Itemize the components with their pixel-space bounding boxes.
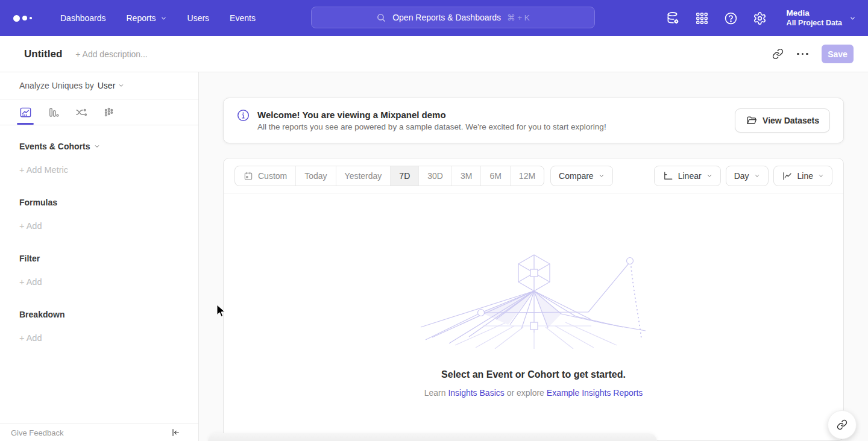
nav-dashboards-label: Dashboards [60,13,106,23]
date-range-yesterday[interactable]: Yesterday [336,166,391,186]
settings-gear-icon[interactable] [753,11,767,25]
help-icon[interactable] [724,11,738,25]
project-name: Media [787,8,842,19]
add-formula-button[interactable]: + Add [19,221,179,231]
project-scope: All Project Data [787,19,842,28]
chevron-down-icon [160,15,167,22]
view-datasets-label: View Datasets [763,116,819,125]
query-builder-sidebar: Analyze Uniques by User [0,72,199,441]
chevron-down-icon [94,143,100,149]
chevron-down-icon [818,173,824,179]
chart-type-dropdown[interactable]: Line [773,166,832,186]
flow-tab-icon [75,106,87,119]
analyze-prefix-label: Analyze Uniques by [19,81,94,90]
date-range-6m[interactable]: 6M [480,166,509,186]
filter-label: Filter [19,254,40,263]
line-chart-tab-icon [19,106,32,119]
nav-events[interactable]: Events [230,13,256,23]
calendar-icon [244,171,253,181]
folder-icon [746,115,757,127]
nav-reports-label: Reports [127,13,156,23]
empty-state-illustration [418,254,650,349]
add-metric-button[interactable]: + Add Metric [19,165,179,175]
date-range-7d[interactable]: 7D [390,166,418,186]
date-range-today[interactable]: Today [295,166,335,186]
date-range-30d[interactable]: 30D [418,166,451,186]
global-search[interactable]: Open Reports & Dashboards ⌘ + K [311,7,595,28]
analyze-by-value: User [98,81,116,90]
nav-users[interactable]: Users [187,13,210,23]
tab-metrics[interactable] [100,99,117,125]
empty-state: Select an Event or Cohort to get started… [224,193,843,398]
nav-dashboards[interactable]: Dashboards [60,13,106,23]
banner-subtitle: All the reports you see are powered by a… [257,122,606,131]
granularity-label: Day [734,171,749,181]
scale-label: Linear [678,171,702,181]
main-content: Welcome! You are viewing a Mixpanel demo… [199,72,868,441]
tab-insights-line[interactable] [17,99,34,125]
chevron-down-icon [118,83,124,89]
info-icon [237,109,250,122]
mixpanel-logo-icon[interactable] [13,15,41,22]
share-link-fab[interactable] [828,410,857,439]
project-selector[interactable]: Media All Project Data [787,8,856,28]
apps-grid-icon[interactable] [695,11,709,25]
link-icon [837,419,848,430]
formulas-header: Formulas [19,198,179,207]
chevron-down-icon [599,173,605,179]
date-range-control: Custom Today Yesterday 7D 30D 3M 6M 12M [234,166,544,186]
metrics-tab-icon [102,106,115,119]
formulas-label: Formulas [19,198,57,207]
view-datasets-button[interactable]: View Datasets [735,108,830,133]
breakdown-label: Breakdown [19,310,64,319]
nav-events-label: Events [230,13,256,23]
date-range-12m[interactable]: 12M [510,166,544,186]
tab-flow[interactable] [72,99,89,125]
granularity-dropdown[interactable]: Day [726,166,769,186]
empty-state-title: Select an Event or Cohort to get started… [441,369,626,380]
scale-dropdown[interactable]: Linear [654,166,721,186]
events-cohorts-label: Events & Cohorts [19,142,90,151]
breakdown-header: Breakdown [19,310,179,319]
add-description-field[interactable]: + Add description... [75,49,147,59]
search-placeholder: Open Reports & Dashboards [392,13,501,22]
chevron-down-icon [754,173,760,179]
analyze-by-dropdown[interactable]: User [98,81,125,90]
chart-controls: Custom Today Yesterday 7D 30D 3M 6M 12M … [224,158,843,193]
empty-state-hint: Learn Insights Basics or explore Example… [424,388,643,398]
add-breakdown-button[interactable]: + Add [19,333,179,343]
filter-header: Filter [19,254,179,263]
search-shortcut: ⌘ + K [507,13,530,22]
give-feedback-link[interactable]: Give Feedback [11,428,63,437]
chart-type-label: Line [797,171,813,181]
tab-bar-chart[interactable] [45,99,61,125]
collapse-sidebar-icon[interactable] [171,428,180,437]
report-title[interactable]: Untitled [24,48,62,60]
date-range-custom[interactable]: Custom [235,166,295,186]
banner-title: Welcome! You are viewing a Mixpanel demo [257,110,606,120]
add-filter-button[interactable]: + Add [19,277,179,287]
nav-reports[interactable]: Reports [127,13,167,23]
more-options-icon[interactable] [797,53,808,55]
date-range-3m[interactable]: 3M [451,166,480,186]
report-card: Custom Today Yesterday 7D 30D 3M 6M 12M … [223,158,844,441]
date-range-custom-label: Custom [258,171,287,181]
hint-prefix: Learn [424,388,446,398]
demo-banner: Welcome! You are viewing a Mixpanel demo… [223,98,844,143]
example-reports-link[interactable]: Example Insights Reports [547,388,643,398]
top-nav: Dashboards Reports Users Events Open Rep… [0,0,868,36]
report-header: Untitled + Add description... Save [0,36,868,72]
bar-chart-tab-icon [47,106,60,119]
search-icon [376,13,386,23]
save-button[interactable]: Save [822,45,854,63]
compare-dropdown[interactable]: Compare [550,166,613,186]
events-cohorts-header[interactable]: Events & Cohorts [19,142,179,151]
chevron-down-icon [706,173,712,179]
line-chart-icon [782,170,793,181]
insights-basics-link[interactable]: Insights Basics [448,388,504,398]
copy-link-icon[interactable] [772,48,784,60]
next-section-edge [208,433,657,441]
compare-label: Compare [559,171,594,181]
axis-icon [662,170,673,181]
data-management-icon[interactable] [666,11,680,25]
